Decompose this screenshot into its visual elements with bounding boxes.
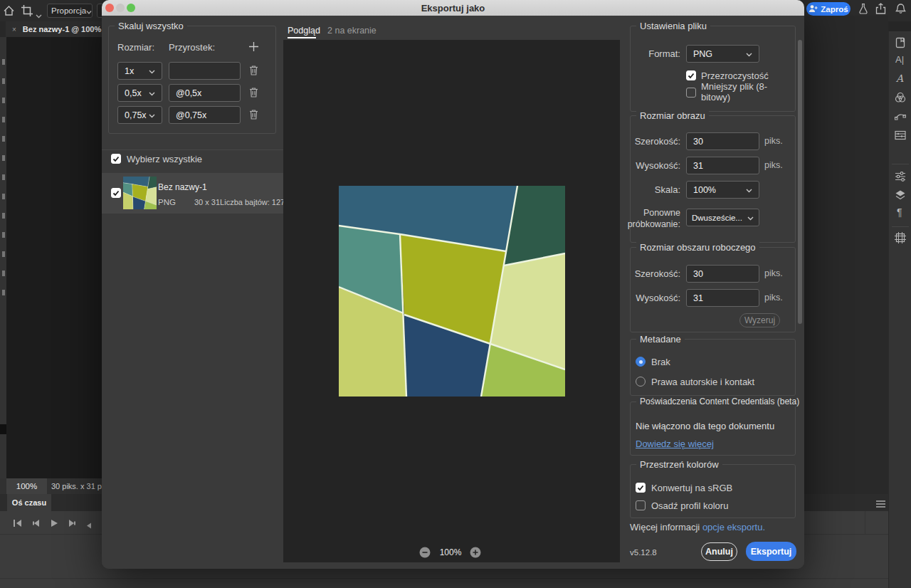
libraries-icon[interactable] xyxy=(895,37,906,51)
image-height-unit: piks. xyxy=(764,160,783,170)
delete-scale-icon-3[interactable] xyxy=(249,109,258,123)
invite-button[interactable]: Zaproś xyxy=(806,2,851,16)
preview-image[interactable] xyxy=(339,186,565,397)
share-icon[interactable] xyxy=(875,3,886,17)
scale-size-select-2[interactable]: 0,5x xyxy=(117,84,162,102)
artboard-panel-icon[interactable] xyxy=(895,232,906,246)
timeline-menu-icon[interactable] xyxy=(875,498,886,511)
transparency-checkbox[interactable] xyxy=(686,70,696,80)
status-zoom[interactable]: 100% xyxy=(6,478,47,494)
character-panel-icon[interactable]: A| xyxy=(895,53,906,68)
export-options-link[interactable]: opcje eksportu. xyxy=(702,522,765,532)
svg-text:A: A xyxy=(895,73,904,84)
left-panel-divider xyxy=(102,149,283,150)
select-all-label: Wybierz wszystkie xyxy=(127,154,202,164)
file-settings-section: Ustawienia pliku Format: PNG Przezroczys… xyxy=(630,26,796,112)
preset-dropdown[interactable]: Proporcja xyxy=(47,4,93,18)
beta-flask-icon[interactable] xyxy=(858,3,868,17)
glyphs-panel-icon[interactable]: A xyxy=(895,73,906,87)
metadata-section: Metadane Brak Prawa autorskie i kontakt xyxy=(630,339,796,396)
paragraph-panel-icon[interactable]: ¶ xyxy=(895,206,907,221)
export-button[interactable]: Eksportuj xyxy=(746,542,796,561)
image-height-label: Wysokość: xyxy=(631,160,680,171)
crop-tool-chevron-icon[interactable] xyxy=(36,9,42,21)
resample-select[interactable]: Dwuszeście... xyxy=(686,209,759,226)
convert-srgb-checkbox[interactable] xyxy=(636,483,646,493)
dialog-scrollbar[interactable] xyxy=(798,40,802,324)
dialog-titlebar[interactable]: Eksportuj jako xyxy=(102,0,804,16)
canvas-height-label: Wysokość: xyxy=(631,293,680,303)
chevron-down-icon xyxy=(149,110,155,120)
canvas-size-legend: Rozmiar obszaru roboczego xyxy=(636,242,759,253)
reset-button[interactable]: Wyzeruj xyxy=(739,313,780,327)
metadata-none-radio[interactable] xyxy=(636,357,646,367)
credentials-learn-more-link[interactable]: Dowiedz się więcej xyxy=(636,439,714,449)
cancel-button[interactable]: Anuluj xyxy=(701,542,737,561)
bell-icon[interactable] xyxy=(895,3,906,17)
asset-checkbox[interactable] xyxy=(111,188,121,198)
asset-row[interactable]: Bez nazwy-1 PNG 30 x 31Liczba bajtów: 12… xyxy=(102,173,283,214)
chevron-down-icon xyxy=(747,214,754,222)
canvas-width-input[interactable]: 30 xyxy=(686,265,759,283)
layers-panel-icon[interactable] xyxy=(895,189,906,204)
timeline-prev-frame-icon[interactable] xyxy=(31,518,41,530)
document-tab[interactable]: × Bez nazwy-1 @ 100% (R xyxy=(6,21,102,37)
scale-suffix-input-2[interactable]: @0,5x xyxy=(169,84,241,102)
timeline-next-frame-icon[interactable] xyxy=(67,518,77,530)
image-height-input[interactable]: 31 xyxy=(686,157,759,174)
zoom-out-icon[interactable] xyxy=(419,547,431,561)
scale-suffix-input-1[interactable] xyxy=(169,62,241,80)
scale-label: Skala: xyxy=(631,184,680,195)
status-bar: 100% 30 piks. x 31 piks xyxy=(0,478,102,494)
timeline-first-frame-icon[interactable] xyxy=(13,518,23,530)
metadata-copyright-radio[interactable] xyxy=(636,377,646,387)
suffix-column-label: Przyrostek: xyxy=(169,42,215,53)
delete-scale-icon-2[interactable] xyxy=(249,87,258,101)
format-label: Format: xyxy=(631,48,680,59)
chevron-down-icon xyxy=(746,185,752,195)
credentials-section: Poświadczenia Content Credentials (beta)… xyxy=(630,401,796,456)
preset-dropdown-label: Proporcja xyxy=(51,6,86,15)
scale-size-select-1[interactable]: 1x xyxy=(117,62,162,80)
timeline-audio-icon[interactable] xyxy=(85,519,92,532)
layer-comps-icon[interactable] xyxy=(895,130,906,144)
timeline-tab[interactable]: Oś czasu xyxy=(7,494,51,511)
format-select[interactable]: PNG xyxy=(686,45,759,63)
embed-profile-label: Osadź profil koloru xyxy=(651,500,728,511)
paths-panel-icon[interactable] xyxy=(895,110,906,125)
canvas-height-input[interactable]: 31 xyxy=(686,289,759,307)
image-width-input[interactable]: 30 xyxy=(686,132,759,150)
color-wheel-icon[interactable] xyxy=(895,92,906,106)
scale-size-select-3[interactable]: 0,75x xyxy=(117,106,162,124)
chevron-down-icon xyxy=(86,4,92,17)
credentials-legend: Poświadczenia Content Credentials (beta) xyxy=(636,397,796,406)
crop-tool-icon[interactable] xyxy=(21,5,33,19)
timeline-play-icon[interactable] xyxy=(50,518,58,530)
asset-format: PNG xyxy=(158,198,176,206)
select-all-checkbox[interactable] xyxy=(111,154,121,164)
asset-thumbnail xyxy=(123,177,157,209)
size-column-label: Rozmiar: xyxy=(117,42,154,53)
image-width-unit: piks. xyxy=(764,136,783,146)
scale-suffix-input-3[interactable]: @0,75x xyxy=(169,106,241,124)
home-icon[interactable] xyxy=(4,6,14,19)
right-panel-backdrop xyxy=(804,16,888,494)
scale-select[interactable]: 100% xyxy=(686,181,759,199)
convert-srgb-label: Konwertuj na sRGB xyxy=(651,483,732,493)
add-scale-icon[interactable] xyxy=(248,41,259,55)
color-space-legend: Przestrzeń kolorów xyxy=(636,459,722,470)
tab-two-up[interactable]: 2 na ekranie xyxy=(327,26,376,36)
delete-scale-icon-1[interactable] xyxy=(249,65,258,79)
tools-panel-sliver xyxy=(0,37,6,494)
embed-profile-checkbox[interactable] xyxy=(636,500,646,510)
smaller-file-checkbox[interactable] xyxy=(686,88,696,98)
file-settings-legend: Ustawienia pliku xyxy=(636,21,710,31)
canvas-height-unit: piks. xyxy=(764,293,783,303)
close-tab-icon[interactable]: × xyxy=(12,26,16,33)
properties-panel-icon[interactable] xyxy=(895,171,906,185)
scale-all-legend: Skaluj wszystko xyxy=(115,21,187,31)
tab-preview[interactable]: Podgląd xyxy=(288,26,320,36)
svg-text:A|: A| xyxy=(895,54,904,65)
zoom-in-icon[interactable] xyxy=(470,547,481,561)
scale-all-section: Skaluj wszystko Rozmiar: Przyrostek: 1x … xyxy=(108,26,276,134)
